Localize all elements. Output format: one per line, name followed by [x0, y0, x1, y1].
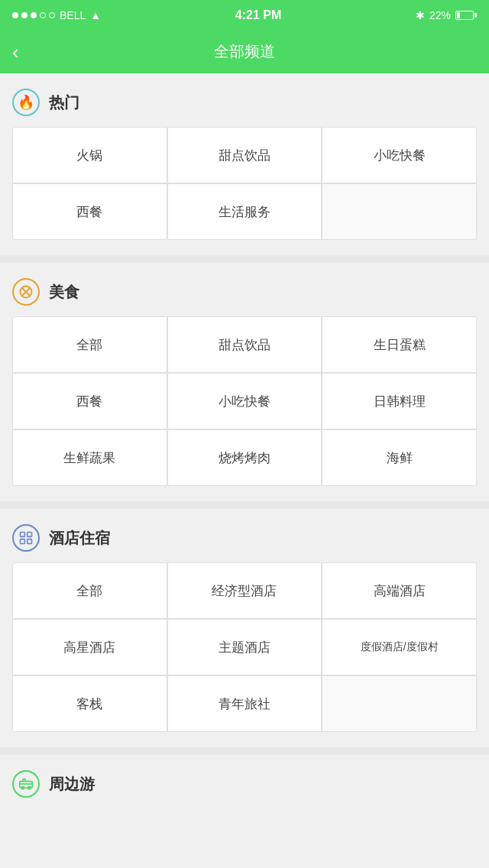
divider-3	[0, 747, 489, 755]
divider-1	[0, 255, 489, 263]
battery-body	[455, 11, 474, 20]
travel-icon	[12, 770, 40, 798]
battery-cap	[474, 13, 477, 18]
battery-fill	[457, 12, 460, 18]
food-grid: 全部 甜点饮品 生日蛋糕 西餐 小吃快餐 日韩料理 生鲜蔬果 烧烤烤肉 海鲜	[12, 316, 477, 486]
hotel-icon	[12, 524, 40, 552]
hotel-item-economy[interactable]: 经济型酒店	[168, 563, 322, 618]
dot3	[31, 12, 37, 18]
hot-item-xiaochi[interactable]: 小吃快餐	[322, 128, 476, 183]
section-title-hotel: 酒店住宿	[49, 528, 110, 549]
content: 🔥 热门 火锅 甜点饮品 小吃快餐 西餐 生活服务 美食 全部	[0, 73, 489, 824]
section-title-travel: 周边游	[49, 774, 95, 795]
food-item-japanese[interactable]: 日韩料理	[322, 374, 476, 429]
hotel-item-hostel[interactable]: 青年旅社	[168, 676, 322, 731]
divider-2	[0, 501, 489, 509]
hotel-item-star[interactable]: 高星酒店	[13, 620, 167, 675]
hot-item-diandian[interactable]: 甜点饮品	[168, 128, 322, 183]
hotel-item-resort[interactable]: 度假酒店/度假村	[322, 620, 476, 675]
food-item-dessert[interactable]: 甜点饮品	[168, 317, 322, 372]
food-item-western[interactable]: 西餐	[13, 374, 167, 429]
hot-item-empty	[322, 184, 476, 239]
status-time: 4:21 PM	[235, 8, 281, 22]
svg-rect-3	[21, 533, 25, 537]
section-title-food: 美食	[49, 282, 79, 303]
battery-percent: 22%	[429, 9, 451, 21]
section-travel: 周边游	[0, 755, 489, 824]
section-header-hot: 🔥 热门	[12, 89, 477, 116]
svg-rect-4	[28, 533, 32, 537]
hotel-item-theme[interactable]: 主题酒店	[168, 620, 322, 675]
dot4	[40, 12, 46, 18]
status-bar: BELL ▲ 4:21 PM ✱ 22%	[0, 0, 489, 31]
dot2	[21, 12, 28, 18]
svg-rect-5	[21, 539, 25, 544]
wifi-icon: ▲	[90, 9, 101, 21]
section-header-hotel: 酒店住宿	[12, 524, 477, 552]
hot-item-shenghuo[interactable]: 生活服务	[168, 184, 322, 239]
carrier-label: BELL	[60, 9, 86, 21]
hotel-item-all[interactable]: 全部	[13, 563, 167, 618]
battery-icon	[455, 11, 477, 20]
food-item-seafood[interactable]: 海鲜	[322, 430, 476, 485]
signal-dots	[12, 12, 55, 18]
svg-rect-6	[28, 539, 32, 544]
dot1	[12, 12, 18, 18]
dot5	[49, 12, 55, 18]
section-hot: 🔥 热门 火锅 甜点饮品 小吃快餐 西餐 生活服务	[0, 73, 489, 240]
food-item-fresh[interactable]: 生鲜蔬果	[13, 430, 167, 485]
food-item-bbq[interactable]: 烧烤烤肉	[168, 430, 322, 485]
food-item-cake[interactable]: 生日蛋糕	[322, 317, 476, 372]
section-header-food: 美食	[12, 278, 477, 306]
section-header-travel: 周边游	[12, 770, 477, 798]
hot-item-huoguo[interactable]: 火锅	[13, 128, 167, 183]
food-item-all[interactable]: 全部	[13, 317, 167, 372]
hot-icon: 🔥	[12, 89, 40, 116]
hotel-item-inn[interactable]: 客栈	[13, 676, 167, 731]
bluetooth-icon: ✱	[416, 9, 425, 21]
page-title: 全部频道	[214, 41, 275, 62]
hotel-item-luxury[interactable]: 高端酒店	[322, 563, 476, 618]
hotel-item-empty	[322, 676, 476, 731]
hot-grid: 火锅 甜点饮品 小吃快餐 西餐 生活服务	[12, 127, 477, 240]
section-title-hot: 热门	[49, 92, 79, 113]
food-item-snack[interactable]: 小吃快餐	[168, 374, 322, 429]
back-button[interactable]: ‹	[12, 42, 19, 62]
section-hotel: 酒店住宿 全部 经济型酒店 高端酒店 高星酒店 主题酒店 度假酒店/度假村 客栈…	[0, 509, 489, 732]
food-icon	[12, 278, 40, 306]
status-left: BELL ▲	[12, 9, 101, 21]
nav-bar: ‹ 全部频道	[0, 31, 489, 73]
status-right: ✱ 22%	[416, 9, 477, 21]
hot-item-xican[interactable]: 西餐	[13, 184, 167, 239]
hotel-grid: 全部 经济型酒店 高端酒店 高星酒店 主题酒店 度假酒店/度假村 客栈 青年旅社	[12, 562, 477, 732]
section-food: 美食 全部 甜点饮品 生日蛋糕 西餐 小吃快餐 日韩料理 生鲜蔬果 烧烤烤肉 海…	[0, 263, 489, 486]
